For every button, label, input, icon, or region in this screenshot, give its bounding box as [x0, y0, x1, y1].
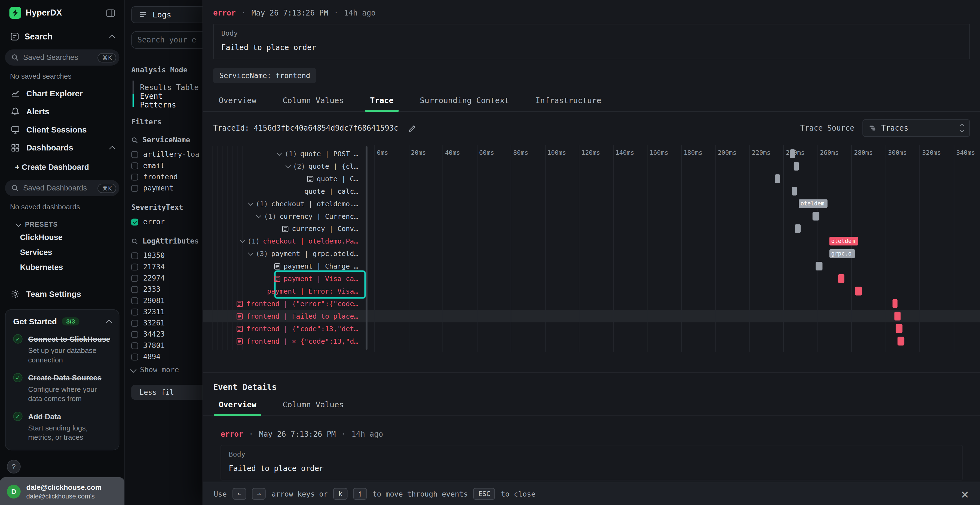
- tab-surrounding-context[interactable]: Surrounding Context: [407, 91, 522, 111]
- trace-span-row[interactable]: (1)checkout | oteldemo.…: [203, 197, 361, 210]
- trace-span-row[interactable]: payment | Visa ca…: [203, 272, 361, 285]
- checkbox[interactable]: [131, 173, 138, 180]
- mode-event-patterns[interactable]: Event Patterns: [132, 94, 202, 106]
- get-started-item[interactable]: ✓ Connect to ClickHouse Set up your data…: [13, 333, 111, 365]
- tab-overview[interactable]: Overview: [205, 91, 269, 111]
- create-dashboard-button[interactable]: + Create Dashboard: [0, 157, 124, 176]
- service-name-chip[interactable]: ServiceName: frontend: [213, 68, 317, 83]
- show-more-button[interactable]: Show more: [131, 364, 202, 376]
- span-duration-bar[interactable]: [838, 274, 845, 283]
- sidebar-collapse-icon[interactable]: [106, 8, 116, 18]
- checkbox[interactable]: [131, 331, 138, 338]
- get-started-header[interactable]: Get Started 3/3: [13, 317, 111, 326]
- filter-option[interactable]: email: [131, 160, 202, 171]
- chevron-down-icon[interactable]: [256, 213, 261, 218]
- filter-option[interactable]: 19350: [131, 250, 202, 261]
- checkbox[interactable]: [131, 297, 138, 304]
- span-duration-bar[interactable]: [894, 312, 901, 321]
- span-duration-bar[interactable]: [775, 175, 780, 183]
- filter-option[interactable]: 2333: [131, 284, 202, 295]
- span-duration-bar[interactable]: grpc.o: [829, 249, 855, 258]
- trace-span-row[interactable]: payment | Charge …: [203, 260, 361, 272]
- trace-span-row[interactable]: (2)quote | {cl…: [203, 160, 361, 173]
- checkbox[interactable]: [131, 184, 138, 191]
- sidebar-item-dashboards[interactable]: Dashboards: [0, 139, 124, 157]
- tab-ed-overview[interactable]: Overview: [205, 395, 269, 416]
- filter-option[interactable]: 32311: [131, 306, 202, 317]
- filter-group-logattributes[interactable]: LogAttributes: [131, 237, 202, 245]
- sidebar-item-team-settings[interactable]: Team Settings: [0, 285, 124, 303]
- search-section-header[interactable]: Search: [0, 24, 124, 45]
- span-duration-bar[interactable]: [790, 149, 795, 158]
- get-started-item[interactable]: ✓ Create Data Sources Configure where yo…: [13, 372, 111, 404]
- trace-span-row[interactable]: frontend | {"code":13,"det…: [203, 322, 361, 335]
- event-search-input[interactable]: Search your e: [131, 31, 202, 49]
- trace-span-row[interactable]: frontend | {"error":{"code…: [203, 297, 361, 310]
- tab-ed-column-values[interactable]: Column Values: [269, 395, 357, 416]
- filter-group-severitytext[interactable]: SeverityText: [131, 203, 202, 212]
- trace-span-row[interactable]: currency | Conv…: [203, 222, 361, 235]
- tab-infrastructure[interactable]: Infrastructure: [522, 91, 614, 111]
- preset-item-services[interactable]: Services: [0, 245, 124, 260]
- filter-group-servicename[interactable]: ServiceName: [131, 135, 202, 144]
- tree-scrollbar[interactable]: [366, 146, 368, 349]
- checkbox[interactable]: [131, 162, 138, 169]
- trace-span-row[interactable]: (1)checkout | oteldemo.Pa…: [203, 235, 361, 247]
- filter-option[interactable]: error: [131, 216, 202, 227]
- chevron-down-icon[interactable]: [248, 200, 253, 205]
- span-duration-bar[interactable]: [812, 212, 819, 221]
- trace-span-row[interactable]: frontend | Failed to place…: [203, 310, 361, 322]
- checkbox[interactable]: [131, 319, 138, 326]
- help-button[interactable]: ?: [7, 460, 21, 474]
- tab-column-values[interactable]: Column Values: [269, 91, 357, 111]
- span-duration-bar[interactable]: [795, 224, 800, 233]
- checkbox[interactable]: [131, 275, 138, 281]
- less-filters-button[interactable]: Less fil: [131, 385, 202, 400]
- span-duration-bar[interactable]: [896, 324, 903, 333]
- checkbox[interactable]: [131, 342, 138, 349]
- preset-item-kubernetes[interactable]: Kubernetes: [0, 260, 124, 275]
- tab-trace[interactable]: Trace: [357, 91, 407, 111]
- chevron-down-icon[interactable]: [248, 250, 253, 255]
- checkbox[interactable]: [131, 308, 138, 315]
- filter-option[interactable]: frontend: [131, 171, 202, 182]
- trace-span-row[interactable]: quote | calc…: [203, 185, 361, 197]
- sidebar-item-chart-explorer[interactable]: Chart Explorer: [0, 84, 124, 103]
- close-icon[interactable]: ×: [960, 488, 969, 500]
- span-duration-bar[interactable]: [792, 187, 797, 195]
- trace-span-row[interactable]: payment | Error: Visa…: [203, 285, 361, 297]
- sidebar-item-alerts[interactable]: Alerts: [0, 103, 124, 121]
- edit-pencil-icon[interactable]: [408, 124, 417, 132]
- checkbox[interactable]: [131, 252, 138, 259]
- trace-span-row[interactable]: frontend | × {"code":13,"d…: [203, 335, 361, 348]
- filter-option[interactable]: 37801: [131, 340, 202, 351]
- span-duration-bar[interactable]: oteldem: [799, 199, 827, 208]
- filter-option[interactable]: 4894: [131, 351, 202, 362]
- chevron-down-icon[interactable]: [285, 163, 290, 168]
- checkbox[interactable]: [131, 353, 138, 360]
- saved-searches-input[interactable]: Saved Searches ⌘K: [5, 49, 119, 65]
- user-menu[interactable]: D dale@clickhouse.com dale@clickhouse.co…: [0, 477, 124, 505]
- get-started-item[interactable]: ✓ Add Data Start sending logs, metrics, …: [13, 411, 111, 442]
- checkbox[interactable]: [131, 218, 138, 225]
- trace-span-row[interactable]: (1)quote | POST …: [203, 148, 361, 160]
- trace-source-select[interactable]: Traces: [862, 119, 970, 137]
- chevron-down-icon[interactable]: [240, 238, 245, 243]
- filter-option[interactable]: 33261: [131, 317, 202, 329]
- source-select[interactable]: Logs: [131, 6, 202, 23]
- filter-option[interactable]: payment: [131, 182, 202, 194]
- presets-header[interactable]: PRESETS: [0, 215, 124, 230]
- filter-option[interactable]: 29081: [131, 295, 202, 306]
- checkbox[interactable]: [131, 151, 138, 157]
- preset-item-clickhouse[interactable]: ClickHouse: [0, 230, 124, 245]
- trace-span-row[interactable]: (1)currency | Currenc…: [203, 210, 361, 222]
- span-duration-bar[interactable]: [855, 287, 862, 295]
- span-duration-bar[interactable]: [892, 299, 897, 308]
- checkbox[interactable]: [131, 264, 138, 270]
- span-duration-bar[interactable]: [816, 262, 822, 270]
- span-duration-bar[interactable]: [897, 337, 904, 345]
- brand[interactable]: HyperDX: [9, 7, 62, 19]
- span-duration-bar[interactable]: oteldem: [829, 237, 858, 245]
- saved-dashboards-input[interactable]: Saved Dashboards ⌘K: [5, 180, 119, 196]
- trace-span-row[interactable]: quote | C…: [203, 173, 361, 185]
